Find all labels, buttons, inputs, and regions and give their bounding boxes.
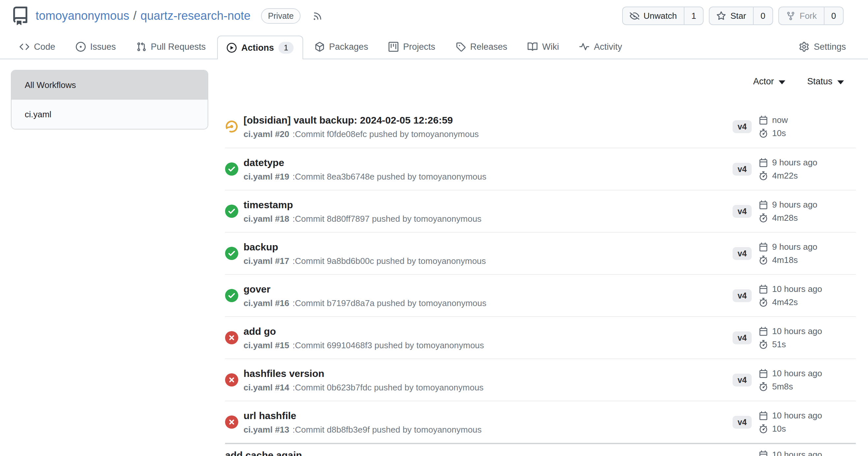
run-workflow-ref: ci.yaml #19 xyxy=(244,172,289,182)
run-title-link[interactable]: timestamp xyxy=(244,199,733,211)
repo-book-icon xyxy=(11,7,30,25)
tab-activity[interactable]: Activity xyxy=(570,35,631,59)
x-circle-icon xyxy=(225,416,238,429)
header-social-buttons: Unwatch 1 Star 0 Fork 0 xyxy=(622,7,844,25)
fork-icon xyxy=(786,11,796,21)
x-circle-icon xyxy=(225,331,238,344)
run-time-line: 10 hours ago xyxy=(759,326,856,336)
run-text: [obsidian] vault backup: 2024-02-05 12:2… xyxy=(244,114,733,139)
tab-issues[interactable]: Issues xyxy=(67,35,125,59)
social-button-main[interactable]: Unwatch xyxy=(623,7,684,24)
run-duration-line: 5m8s xyxy=(759,381,856,392)
tab-label: Packages xyxy=(329,42,368,52)
run-workflow-ref: ci.yaml #20 xyxy=(244,129,289,139)
workflow-run-row[interactable]: url hashfile ci.yaml #13:Commit d8b8fb3e… xyxy=(225,401,856,443)
run-text: hashfiles version ci.yaml #14:Commit 0b6… xyxy=(244,368,733,392)
calendar-icon xyxy=(759,158,768,167)
book-icon xyxy=(528,42,537,52)
run-title-link[interactable]: datetype xyxy=(244,157,733,169)
workflow-run-row[interactable]: gover ci.yaml #16:Commit b7197d8a7a push… xyxy=(225,274,856,316)
play-circle-icon xyxy=(227,43,237,53)
social-button-main[interactable]: Star xyxy=(710,7,753,24)
run-title-link[interactable]: url hashfile xyxy=(244,410,733,422)
run-duration: 5m8s xyxy=(772,381,793,392)
tab-code[interactable]: Code xyxy=(10,35,64,59)
repo-owner-link[interactable]: tomoyanonymous xyxy=(36,9,129,23)
run-time-line: 10 hours ago xyxy=(759,284,856,294)
run-duration: 10s xyxy=(772,128,786,138)
tab-projects[interactable]: Projects xyxy=(380,35,444,59)
calendar-icon xyxy=(759,285,768,294)
social-button-count[interactable]: 1 xyxy=(684,7,703,24)
social-button-label: Star xyxy=(730,11,746,21)
run-commit-desc: :Commit b7197d8a7a pushed by tomoyanonym… xyxy=(292,298,486,308)
run-meta: v4 10 hours ago 51s xyxy=(733,326,856,350)
tab-releases[interactable]: Releases xyxy=(447,35,516,59)
workflow-run-row[interactable]: timestamp ci.yaml #18:Commit 8d80ff7897 … xyxy=(225,190,856,232)
tab-settings[interactable]: Settings xyxy=(790,35,855,59)
run-subtitle: ci.yaml #18:Commit 8d80ff7897 pushed by … xyxy=(244,214,733,224)
run-text: add go ci.yaml #15:Commit 69910468f3 pus… xyxy=(244,326,733,350)
sidebar-item-ci-yaml[interactable]: ci.yaml xyxy=(11,99,208,129)
run-workflow-ref: ci.yaml #16 xyxy=(244,298,289,308)
run-workflow-ref: ci.yaml #17 xyxy=(244,256,289,266)
run-subtitle: ci.yaml #17:Commit 9a8bd6b00c pushed by … xyxy=(244,256,733,266)
tab-label: Wiki xyxy=(542,42,559,52)
calendar-icon xyxy=(759,242,768,251)
sidebar-item-label: ci.yaml xyxy=(25,109,52,120)
rss-feed-icon[interactable] xyxy=(307,11,322,21)
tab-actions[interactable]: Actions 1 xyxy=(217,36,303,59)
run-time: 9 hours ago xyxy=(772,157,817,168)
repo-name-link[interactable]: quartz-research-note xyxy=(141,9,250,23)
tab-label: Code xyxy=(34,42,55,52)
run-duration-line: 4m22s xyxy=(759,170,856,181)
workflow-run-row[interactable]: hashfiles version ci.yaml #14:Commit 0b6… xyxy=(225,358,856,401)
version-badge: v4 xyxy=(733,163,752,175)
run-meta: v4 10 hours ago 10s xyxy=(733,410,856,434)
sidebar-item-all-workflows[interactable]: All Workflows xyxy=(11,70,208,99)
run-title-link[interactable]: gover xyxy=(244,283,733,295)
run-title-link[interactable]: hashfiles version xyxy=(244,368,733,380)
tab-pull-requests[interactable]: Pull Requests xyxy=(127,35,215,59)
social-button-main[interactable]: Fork xyxy=(779,7,824,24)
visibility-badge: Private xyxy=(261,8,301,24)
tab-label: Settings xyxy=(814,42,846,52)
tab-wiki[interactable]: Wiki xyxy=(519,35,568,59)
workflow-run-row[interactable]: backup ci.yaml #17:Commit 9a8bd6b00c pus… xyxy=(225,232,856,274)
check-circle-icon xyxy=(225,247,238,260)
x-circle-icon xyxy=(225,373,238,387)
status-filter-dropdown[interactable]: Status xyxy=(807,76,844,87)
stopwatch-icon xyxy=(759,129,768,138)
run-title-link[interactable]: add go xyxy=(244,326,733,337)
social-button-count[interactable]: 0 xyxy=(753,7,772,24)
workflow-run-row[interactable]: add cache again 10 hours ago xyxy=(225,443,856,456)
tab-label: Pull Requests xyxy=(151,42,206,52)
run-time: 10 hours ago xyxy=(772,326,822,336)
star-button[interactable]: Star 0 xyxy=(709,7,773,25)
calendar-icon xyxy=(759,369,768,378)
run-time-line: 10 hours ago xyxy=(759,410,856,421)
run-text: add cache again xyxy=(225,449,759,456)
run-title-link[interactable]: add cache again xyxy=(225,449,759,456)
unwatch-button[interactable]: Unwatch 1 xyxy=(622,7,704,25)
tab-packages[interactable]: Packages xyxy=(306,35,377,59)
version-badge: v4 xyxy=(733,416,752,429)
workflow-run-row[interactable]: datetype ci.yaml #19:Commit 8ea3b6748e p… xyxy=(225,148,856,190)
run-details: 10 hours ago 5m8s xyxy=(759,368,856,392)
fork-button[interactable]: Fork 0 xyxy=(778,7,844,25)
tab-label: Activity xyxy=(594,42,622,52)
social-button-count[interactable]: 0 xyxy=(824,7,843,24)
workflow-run-row[interactable]: [obsidian] vault backup: 2024-02-05 12:2… xyxy=(225,105,856,148)
workflow-run-row[interactable]: add go ci.yaml #15:Commit 69910468f3 pus… xyxy=(225,316,856,358)
run-time: 10 hours ago xyxy=(772,449,822,456)
run-duration: 4m22s xyxy=(772,170,798,181)
version-badge: v4 xyxy=(733,205,752,218)
repo-breadcrumb: tomoyanonymous/quartz-research-note xyxy=(36,9,250,23)
chevron-down-icon xyxy=(837,80,844,84)
repo-header: tomoyanonymous/quartz-research-note Priv… xyxy=(0,0,868,29)
run-title-link[interactable]: backup xyxy=(244,241,733,253)
calendar-icon xyxy=(759,116,768,125)
run-time: now xyxy=(772,115,788,125)
run-title-link[interactable]: [obsidian] vault backup: 2024-02-05 12:2… xyxy=(244,114,733,126)
actor-filter-dropdown[interactable]: Actor xyxy=(753,76,785,87)
